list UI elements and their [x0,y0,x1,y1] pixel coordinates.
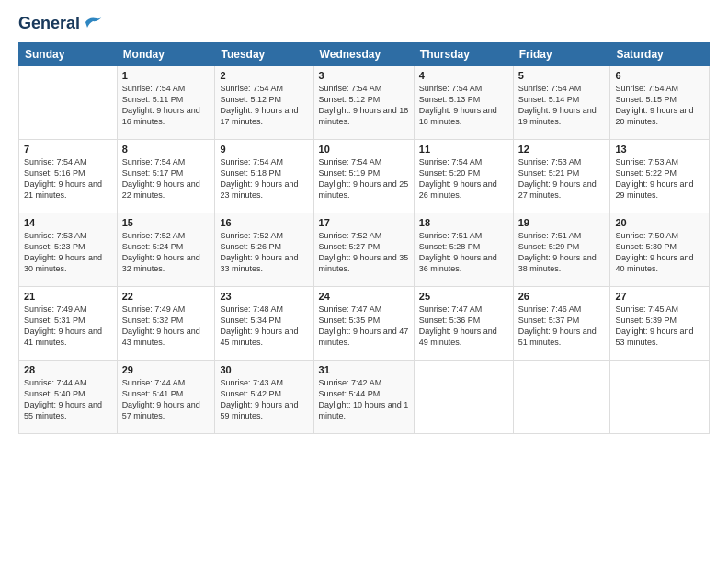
day-number: 2 [220,70,308,81]
logo-general: General [18,15,80,33]
day-number: 20 [615,217,704,228]
day-info: Sunrise: 7:54 AMSunset: 5:12 PMDaylight:… [220,83,308,128]
day-cell: 14Sunrise: 7:53 AMSunset: 5:23 PMDayligh… [19,213,118,286]
day-info: Sunrise: 7:44 AMSunset: 5:41 PMDaylight:… [122,377,210,422]
day-info: Sunrise: 7:54 AMSunset: 5:12 PMDaylight:… [319,83,409,128]
day-cell: 31Sunrise: 7:42 AMSunset: 5:44 PMDayligh… [313,360,414,433]
day-cell: 9Sunrise: 7:54 AMSunset: 5:18 PMDaylight… [215,139,313,213]
day-cell: 7Sunrise: 7:54 AMSunset: 5:16 PMDaylight… [19,139,118,213]
day-number: 9 [220,144,308,155]
col-header-tuesday: Tuesday [215,42,313,65]
day-info: Sunrise: 7:53 AMSunset: 5:23 PMDaylight:… [24,230,112,275]
day-cell: 20Sunrise: 7:50 AMSunset: 5:30 PMDayligh… [610,213,710,286]
day-number: 7 [24,144,112,155]
day-info: Sunrise: 7:54 AMSunset: 5:17 PMDaylight:… [122,156,210,201]
day-number: 22 [122,291,210,302]
day-info: Sunrise: 7:54 AMSunset: 5:11 PMDaylight:… [122,83,210,128]
day-cell: 18Sunrise: 7:51 AMSunset: 5:28 PMDayligh… [414,213,513,286]
day-number: 21 [24,291,112,302]
day-info: Sunrise: 7:54 AMSunset: 5:14 PMDaylight:… [518,83,606,128]
day-number: 4 [419,70,508,81]
col-header-monday: Monday [117,42,215,65]
day-number: 25 [419,291,508,302]
col-header-saturday: Saturday [610,42,710,65]
day-info: Sunrise: 7:51 AMSunset: 5:29 PMDaylight:… [518,230,606,275]
week-row-4: 21Sunrise: 7:49 AMSunset: 5:31 PMDayligh… [19,286,710,360]
day-cell [513,360,610,433]
day-info: Sunrise: 7:54 AMSunset: 5:20 PMDaylight:… [419,156,508,201]
day-cell: 16Sunrise: 7:52 AMSunset: 5:26 PMDayligh… [215,213,313,286]
day-number: 11 [419,144,508,155]
day-number: 16 [220,217,308,228]
col-header-sunday: Sunday [19,42,118,65]
week-row-3: 14Sunrise: 7:53 AMSunset: 5:23 PMDayligh… [19,213,710,286]
day-cell: 1Sunrise: 7:54 AMSunset: 5:11 PMDaylight… [117,65,215,139]
day-info: Sunrise: 7:53 AMSunset: 5:21 PMDaylight:… [518,156,606,201]
day-cell: 27Sunrise: 7:45 AMSunset: 5:39 PMDayligh… [610,286,710,360]
day-cell [610,360,710,433]
day-cell: 12Sunrise: 7:53 AMSunset: 5:21 PMDayligh… [513,139,610,213]
day-number: 28 [24,364,112,375]
day-number: 6 [615,70,704,81]
day-number: 23 [220,291,308,302]
day-number: 8 [122,144,210,155]
day-info: Sunrise: 7:54 AMSunset: 5:19 PMDaylight:… [319,156,409,201]
day-cell: 2Sunrise: 7:54 AMSunset: 5:12 PMDaylight… [215,65,313,139]
day-number: 30 [220,364,308,375]
day-info: Sunrise: 7:48 AMSunset: 5:34 PMDaylight:… [220,304,308,349]
day-info: Sunrise: 7:42 AMSunset: 5:44 PMDaylight:… [319,377,409,422]
day-cell: 22Sunrise: 7:49 AMSunset: 5:32 PMDayligh… [117,286,215,360]
day-number: 14 [24,217,112,228]
day-number: 18 [419,217,508,228]
day-number: 24 [319,291,409,302]
logo: General [18,15,102,33]
day-number: 3 [319,70,409,81]
day-info: Sunrise: 7:52 AMSunset: 5:24 PMDaylight:… [122,230,210,275]
day-number: 26 [518,291,606,302]
col-header-friday: Friday [513,42,610,65]
day-info: Sunrise: 7:43 AMSunset: 5:42 PMDaylight:… [220,377,308,422]
day-info: Sunrise: 7:54 AMSunset: 5:18 PMDaylight:… [220,156,308,201]
day-info: Sunrise: 7:50 AMSunset: 5:30 PMDaylight:… [615,230,704,275]
day-cell: 3Sunrise: 7:54 AMSunset: 5:12 PMDaylight… [313,65,414,139]
day-number: 27 [615,291,704,302]
day-cell: 23Sunrise: 7:48 AMSunset: 5:34 PMDayligh… [215,286,313,360]
day-info: Sunrise: 7:54 AMSunset: 5:13 PMDaylight:… [419,83,508,128]
day-info: Sunrise: 7:52 AMSunset: 5:26 PMDaylight:… [220,230,308,275]
day-cell: 24Sunrise: 7:47 AMSunset: 5:35 PMDayligh… [313,286,414,360]
day-cell: 4Sunrise: 7:54 AMSunset: 5:13 PMDaylight… [414,65,513,139]
day-cell: 17Sunrise: 7:52 AMSunset: 5:27 PMDayligh… [313,213,414,286]
day-cell: 15Sunrise: 7:52 AMSunset: 5:24 PMDayligh… [117,213,215,286]
day-info: Sunrise: 7:44 AMSunset: 5:40 PMDaylight:… [24,377,112,422]
day-number: 19 [518,217,606,228]
day-cell [414,360,513,433]
day-cell: 28Sunrise: 7:44 AMSunset: 5:40 PMDayligh… [19,360,118,433]
day-number: 5 [518,70,606,81]
day-number: 31 [319,364,409,375]
calendar-header-row: SundayMondayTuesdayWednesdayThursdayFrid… [19,42,710,65]
day-info: Sunrise: 7:49 AMSunset: 5:31 PMDaylight:… [24,304,112,349]
day-cell: 21Sunrise: 7:49 AMSunset: 5:31 PMDayligh… [19,286,118,360]
day-cell: 19Sunrise: 7:51 AMSunset: 5:29 PMDayligh… [513,213,610,286]
day-info: Sunrise: 7:45 AMSunset: 5:39 PMDaylight:… [615,304,704,349]
day-cell [19,65,118,139]
day-info: Sunrise: 7:51 AMSunset: 5:28 PMDaylight:… [419,230,508,275]
day-number: 17 [319,217,409,228]
day-info: Sunrise: 7:49 AMSunset: 5:32 PMDaylight:… [122,304,210,349]
week-row-2: 7Sunrise: 7:54 AMSunset: 5:16 PMDaylight… [19,139,710,213]
day-info: Sunrise: 7:53 AMSunset: 5:22 PMDaylight:… [615,156,704,201]
day-info: Sunrise: 7:52 AMSunset: 5:27 PMDaylight:… [319,230,409,275]
day-cell: 26Sunrise: 7:46 AMSunset: 5:37 PMDayligh… [513,286,610,360]
col-header-thursday: Thursday [414,42,513,65]
day-cell: 6Sunrise: 7:54 AMSunset: 5:15 PMDaylight… [610,65,710,139]
day-cell: 13Sunrise: 7:53 AMSunset: 5:22 PMDayligh… [610,139,710,213]
day-number: 15 [122,217,210,228]
day-cell: 29Sunrise: 7:44 AMSunset: 5:41 PMDayligh… [117,360,215,433]
day-cell: 5Sunrise: 7:54 AMSunset: 5:14 PMDaylight… [513,65,610,139]
calendar-table: SundayMondayTuesdayWednesdayThursdayFrid… [18,42,710,434]
day-info: Sunrise: 7:54 AMSunset: 5:16 PMDaylight:… [24,156,112,201]
day-number: 29 [122,364,210,375]
day-number: 1 [122,70,210,81]
day-info: Sunrise: 7:46 AMSunset: 5:37 PMDaylight:… [518,304,606,349]
day-info: Sunrise: 7:47 AMSunset: 5:36 PMDaylight:… [419,304,508,349]
